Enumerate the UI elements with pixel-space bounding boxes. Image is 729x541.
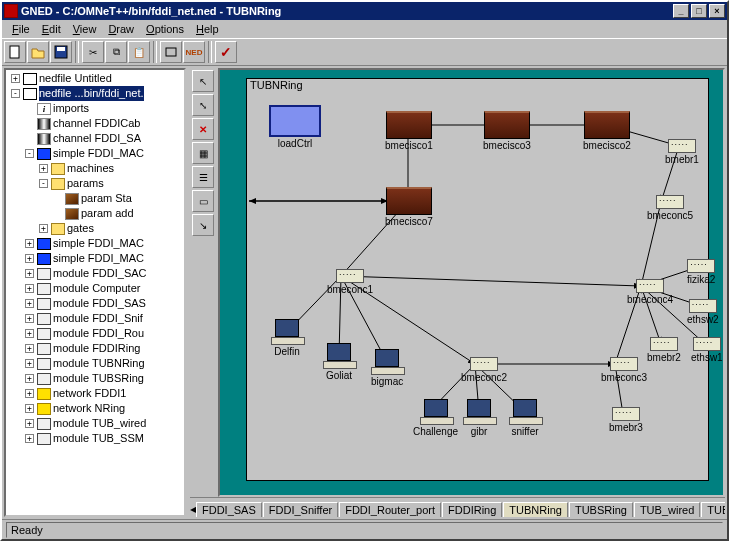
tree-expander[interactable]: + — [25, 389, 34, 398]
paste-button[interactable]: 📋 — [128, 41, 150, 63]
tab-FDDI_Router_port[interactable]: FDDI_Router_port — [339, 502, 441, 517]
node-bmebr2[interactable]: bmebr2 — [647, 337, 681, 363]
node-bigmac[interactable]: bigmac — [371, 349, 403, 387]
tab-TUB_SSM[interactable]: TUB_SSM — [701, 502, 725, 517]
tool-delete[interactable]: ✕ — [192, 118, 214, 140]
node-bmecisco1[interactable]: bmecisco1 — [385, 111, 433, 151]
tree-item[interactable]: channel FDDICab — [7, 116, 183, 131]
tree-item[interactable]: +module Computer — [7, 281, 183, 296]
tab-FDDI_Sniffer[interactable]: FDDI_Sniffer — [263, 502, 338, 517]
save-button[interactable] — [50, 41, 72, 63]
tree-expander[interactable]: + — [25, 374, 34, 383]
tool-pointer[interactable]: ⤡ — [192, 94, 214, 116]
tree-item[interactable]: +simple FDDI_MAC — [7, 251, 183, 266]
tree-item[interactable]: +module FDDI_Snif — [7, 311, 183, 326]
node-bmecisco7[interactable]: bmecisco7 — [385, 187, 433, 227]
tool-connect[interactable]: ↘ — [192, 214, 214, 236]
tool-select[interactable]: ↖ — [192, 70, 214, 92]
tab-FDDI_SAS[interactable]: FDDI_SAS — [196, 502, 262, 517]
tree-expander[interactable]: - — [25, 149, 34, 158]
tree-expander[interactable]: + — [25, 299, 34, 308]
new-file-button[interactable] — [4, 41, 26, 63]
tree-expander[interactable]: - — [39, 179, 48, 188]
tree-item[interactable]: +module FDDI_SAC — [7, 266, 183, 281]
tree-item[interactable]: +module TUBNRing — [7, 356, 183, 371]
tree-item[interactable]: +network NRing — [7, 401, 183, 416]
node-ethsw1[interactable]: ethsw1 — [691, 337, 723, 363]
tab-FDDIRing[interactable]: FDDIRing — [442, 502, 502, 517]
tree-expander[interactable]: - — [11, 89, 20, 98]
tree-item[interactable]: param Sta — [7, 191, 183, 206]
tree-expander[interactable]: + — [25, 404, 34, 413]
copy-button[interactable]: ⧉ — [105, 41, 127, 63]
tree-item[interactable]: +machines — [7, 161, 183, 176]
node-ethsw2[interactable]: ethsw2 — [687, 299, 719, 325]
check-button[interactable]: ✓ — [215, 41, 237, 63]
node-gibr[interactable]: gibr — [463, 399, 495, 437]
tool-module[interactable]: ▭ — [192, 190, 214, 212]
tree-expander[interactable]: + — [25, 314, 34, 323]
tree-expander[interactable]: + — [25, 269, 34, 278]
tree-item[interactable]: +module TUBSRing — [7, 371, 183, 386]
node-sniffer[interactable]: sniffer — [509, 399, 541, 437]
ned-button[interactable]: NED — [183, 41, 205, 63]
tree-item[interactable]: +network FDDI1 — [7, 386, 183, 401]
tab-TUBSRing[interactable]: TUBSRing — [569, 502, 633, 517]
tree-item[interactable]: -params — [7, 176, 183, 191]
tree-expander[interactable]: + — [25, 329, 34, 338]
menu-view[interactable]: View — [67, 22, 103, 36]
menu-help[interactable]: Help — [190, 22, 225, 36]
close-button[interactable]: × — [709, 4, 725, 18]
tree-panel[interactable]: +nedfile Untitled-nedfile ...bin/fddi_ne… — [4, 68, 186, 517]
tree-item[interactable]: +nedfile Untitled — [7, 71, 183, 86]
tree-item[interactable]: +module TUB_SSM — [7, 431, 183, 446]
tree-expander[interactable]: + — [25, 434, 34, 443]
tree-expander[interactable]: + — [11, 74, 20, 83]
maximize-button[interactable]: □ — [691, 4, 707, 18]
tree-item[interactable]: +module FDDIRing — [7, 341, 183, 356]
node-bmeconc1[interactable]: bmeconc1 — [327, 269, 373, 295]
tree-expander[interactable]: + — [25, 419, 34, 428]
open-file-button[interactable] — [27, 41, 49, 63]
node-fizika2[interactable]: fizika2 — [687, 259, 715, 285]
tree-item[interactable]: param add — [7, 206, 183, 221]
tool-grid[interactable]: ▦ — [192, 142, 214, 164]
node-Challenge[interactable]: Challenge — [413, 399, 458, 437]
tab-TUBNRing[interactable]: TUBNRing — [503, 502, 568, 517]
tree-item[interactable]: -nedfile ...bin/fddi_net. — [7, 86, 183, 101]
tree-item[interactable]: +module FDDI_SAS — [7, 296, 183, 311]
cut-button[interactable]: ✂ — [82, 41, 104, 63]
node-Delfin[interactable]: Delfin — [271, 319, 303, 357]
node-bmebr3[interactable]: bmebr3 — [609, 407, 643, 433]
tree-item[interactable]: iimports — [7, 101, 183, 116]
tool-props[interactable]: ☰ — [192, 166, 214, 188]
tree-item[interactable]: +module FDDI_Rou — [7, 326, 183, 341]
menu-options[interactable]: Options — [140, 22, 190, 36]
node-bmecisco3[interactable]: bmecisco3 — [483, 111, 531, 151]
node-bmeconc5[interactable]: bmeconc5 — [647, 195, 693, 221]
node-bmebr1[interactable]: bmebr1 — [665, 139, 699, 165]
tree-expander[interactable]: + — [25, 284, 34, 293]
node-bmecisco2[interactable]: bmecisco2 — [583, 111, 631, 151]
tree-item[interactable]: +simple FDDI_MAC — [7, 236, 183, 251]
tab-TUB_wired[interactable]: TUB_wired — [634, 502, 700, 517]
node-bmeconc2[interactable]: bmeconc2 — [461, 357, 507, 383]
tree-expander[interactable]: + — [25, 239, 34, 248]
menu-edit[interactable]: Edit — [36, 22, 67, 36]
tree-item[interactable]: +module TUB_wired — [7, 416, 183, 431]
node-Goliat[interactable]: Goliat — [323, 343, 355, 381]
tree-expander[interactable]: + — [39, 224, 48, 233]
node-bmeconc3[interactable]: bmeconc3 — [601, 357, 647, 383]
tree-expander[interactable]: + — [39, 164, 48, 173]
tree-view[interactable]: +nedfile Untitled-nedfile ...bin/fddi_ne… — [6, 70, 184, 447]
minimize-button[interactable]: _ — [673, 4, 689, 18]
menu-draw[interactable]: Draw — [102, 22, 140, 36]
tree-item[interactable]: +gates — [7, 221, 183, 236]
node-bmeconc4[interactable]: bmeconc4 — [627, 279, 673, 305]
tree-expander[interactable]: + — [25, 254, 34, 263]
canvas[interactable]: TUBNRing loadCtrlbmecisco1bmecisco3bmeci… — [218, 68, 725, 497]
new-module-button[interactable] — [160, 41, 182, 63]
tree-item[interactable]: channel FDDI_SA — [7, 131, 183, 146]
tree-expander[interactable]: + — [25, 344, 34, 353]
tree-expander[interactable]: + — [25, 359, 34, 368]
